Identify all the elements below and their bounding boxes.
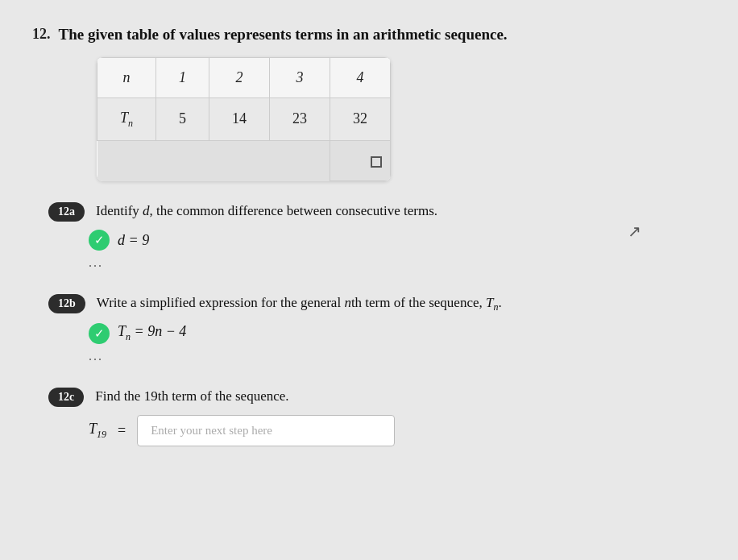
part-12c-question: Find the 19th term of the sequence. [95, 386, 288, 407]
sequence-table-container: n 1 2 3 4 Tn 5 14 23 32 [97, 57, 706, 182]
next-step-input[interactable] [137, 415, 395, 446]
part-12b-answer: Tn = 9n − 4 [118, 323, 186, 343]
check-icon-12b: ✓ [89, 323, 110, 344]
part-12b-ellipsis: ... [89, 349, 706, 363]
part-12a-answer: d = 9 [118, 232, 149, 249]
sequence-table: n 1 2 3 4 Tn 5 14 23 32 [97, 57, 391, 182]
cell-32: 32 [330, 97, 391, 141]
table-extra-cell-empty [97, 141, 330, 181]
header-2: 2 [209, 57, 270, 97]
header-1: 1 [156, 57, 209, 97]
part-12b-answer-row: ✓ Tn = 9n − 4 [89, 323, 706, 344]
cell-14: 14 [209, 97, 270, 141]
t19-label: T19 [89, 421, 106, 441]
cursor-icon: ↖ [628, 222, 641, 241]
part-12b-header: 12b Write a simplified expression for th… [48, 292, 706, 314]
part-12c-badge: 12c [48, 388, 84, 407]
table-extra-row [97, 141, 391, 181]
part-12b-question: Write a simplified expression for the ge… [97, 292, 502, 314]
part-12b: 12b Write a simplified expression for th… [48, 292, 706, 363]
cell-23: 23 [270, 97, 330, 141]
part-12b-badge: 12b [48, 294, 85, 313]
part-12c-answer-row: T19 = [89, 415, 706, 446]
cell-5: 5 [156, 97, 209, 141]
table-header-row: n 1 2 3 4 [97, 57, 391, 97]
problem-number: 12. [32, 26, 51, 43]
small-square-icon [371, 156, 382, 168]
check-icon-12a: ✓ [89, 230, 110, 251]
header-n: n [97, 57, 156, 97]
part-12a-ellipsis: ... [89, 255, 706, 270]
part-12a-answer-row: ✓ d = 9 ↖ [89, 230, 706, 251]
header-3: 3 [270, 57, 330, 97]
header-4: 4 [330, 57, 391, 97]
part-12a-header: 12a Identify d, the common difference be… [48, 201, 706, 222]
problem-statement: The given table of values represents ter… [59, 24, 508, 46]
part-12a-badge: 12a [48, 202, 85, 222]
part-12a-question: Identify d, the common difference betwee… [96, 201, 437, 222]
equals-sign: = [118, 422, 126, 439]
part-12c: 12c Find the 19th term of the sequence. … [48, 386, 706, 446]
table-data-row: Tn 5 14 23 32 [97, 97, 391, 141]
part-12a: 12a Identify d, the common difference be… [48, 201, 706, 270]
table-extra-cell-square [330, 141, 391, 181]
cell-tn: Tn [97, 97, 156, 141]
part-12c-header: 12c Find the 19th term of the sequence. [48, 386, 706, 407]
